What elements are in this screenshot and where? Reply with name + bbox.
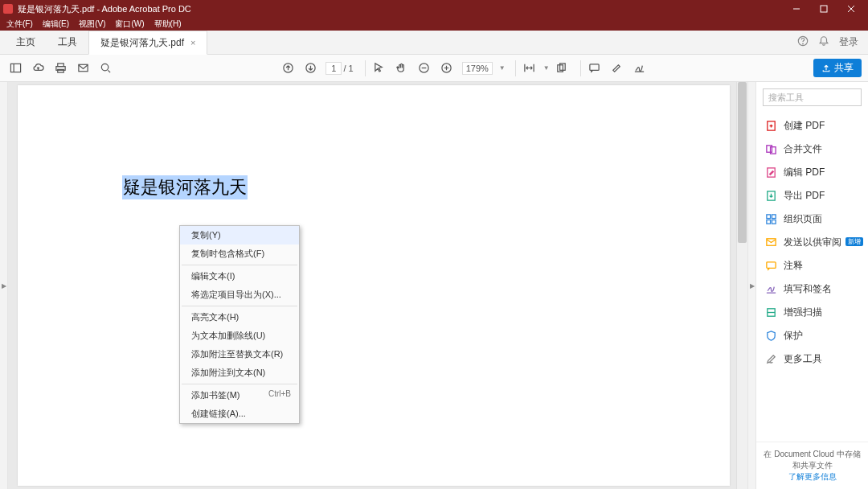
more-tools-icon xyxy=(764,353,777,366)
svg-rect-3 xyxy=(10,64,20,72)
menu-window[interactable]: 窗口(W) xyxy=(110,18,149,30)
help-icon[interactable] xyxy=(797,35,809,49)
zoom-dropdown-icon[interactable]: ▼ xyxy=(499,64,506,72)
print-icon[interactable] xyxy=(51,60,69,77)
new-badge: 新增 xyxy=(845,237,863,246)
vertical-scrollbar[interactable] xyxy=(736,82,747,489)
menu-replace-text-note[interactable]: 添加附注至替换文本(R) xyxy=(180,345,299,364)
sidepanel-footer: 在 Document Cloud 中存储和共享文件 了解更多信息 xyxy=(756,442,868,489)
svg-rect-23 xyxy=(766,220,770,224)
svg-rect-15 xyxy=(590,64,599,71)
menu-view[interactable]: 视图(V) xyxy=(74,18,110,30)
email-icon[interactable] xyxy=(74,60,92,77)
pdf-page: 疑是银河落九天 xyxy=(18,85,730,486)
svg-rect-22 xyxy=(772,215,776,219)
enhance-scan-icon xyxy=(764,306,777,319)
fill-sign-icon xyxy=(764,283,777,296)
fit-dropdown-icon[interactable]: ▼ xyxy=(543,64,550,72)
menu-copy-with-format[interactable]: 复制时包含格式(F) xyxy=(180,244,299,263)
login-button[interactable]: 登录 xyxy=(839,35,858,49)
tools-panel: 搜索工具 创建 PDF 合并文件 编辑 PDF 导出 PDF 组织页面 发送以供… xyxy=(755,82,868,489)
tool-protect[interactable]: 保护 xyxy=(756,324,868,347)
page-total: / 1 xyxy=(343,64,353,73)
menu-edit-text[interactable]: 编辑文本(I) xyxy=(180,267,299,286)
menu-add-note[interactable]: 添加附注到文本(N) xyxy=(180,364,299,382)
menu-copy[interactable]: 复制(Y) xyxy=(180,226,299,244)
svg-rect-26 xyxy=(766,262,775,269)
create-pdf-icon xyxy=(764,120,777,133)
rotate-icon[interactable] xyxy=(553,60,571,77)
search-icon[interactable] xyxy=(96,60,114,77)
select-tool-icon[interactable] xyxy=(371,60,388,77)
organize-icon xyxy=(764,213,777,226)
edit-pdf-icon xyxy=(764,166,777,179)
notifications-icon[interactable] xyxy=(818,35,829,49)
menu-create-link[interactable]: 创建链接(A)... xyxy=(180,405,299,423)
collapse-right-icon: ▶ xyxy=(750,282,755,290)
cloud-icon[interactable] xyxy=(29,60,47,77)
svg-rect-21 xyxy=(766,215,770,219)
tool-combine-files[interactable]: 合并文件 xyxy=(756,138,868,161)
tab-document-label: 疑是银河落九天.pdf xyxy=(100,36,184,50)
page-down-icon[interactable] xyxy=(301,60,319,77)
close-button[interactable] xyxy=(837,0,865,18)
share-button[interactable]: 共享 xyxy=(813,59,862,77)
tool-edit-pdf[interactable]: 编辑 PDF xyxy=(756,161,868,184)
menu-export-selection[interactable]: 将选定项目导出为(X)... xyxy=(180,286,299,304)
app-icon xyxy=(3,4,13,14)
tool-enhance-scan[interactable]: 增强扫描 xyxy=(756,301,868,324)
bookmark-shortcut: Ctrl+B xyxy=(268,389,291,401)
zoom-out-icon[interactable] xyxy=(416,60,433,77)
minimize-button[interactable] xyxy=(783,0,810,18)
tool-organize-pages[interactable]: 组织页面 xyxy=(756,208,868,231)
tool-send-review[interactable]: 发送以供审阅新增 xyxy=(756,231,868,254)
left-rail[interactable]: ▶ xyxy=(0,82,8,489)
tool-export-pdf[interactable]: 导出 PDF xyxy=(756,184,868,208)
sign-icon[interactable] xyxy=(631,60,649,77)
hand-tool-icon[interactable] xyxy=(393,60,411,77)
page-up-icon[interactable] xyxy=(279,60,297,77)
svg-point-2 xyxy=(803,43,804,44)
search-tools-input[interactable]: 搜索工具 xyxy=(763,88,862,106)
menu-add-bookmark[interactable]: 添加书签(M)Ctrl+B xyxy=(180,386,299,405)
scrollbar-thumb[interactable] xyxy=(738,82,747,243)
comment-icon[interactable] xyxy=(586,60,604,77)
menu-help[interactable]: 帮助(H) xyxy=(149,18,186,30)
page-number-input[interactable]: 1 xyxy=(326,62,342,75)
svg-rect-0 xyxy=(821,6,827,12)
export-pdf-icon xyxy=(764,190,777,203)
menu-strikethrough[interactable]: 为文本加删除线(U) xyxy=(180,327,299,345)
document-area[interactable]: 疑是银河落九天 xyxy=(8,82,747,489)
window-title: 疑是银河落九天.pdf - Adobe Acrobat Pro DC xyxy=(18,3,783,15)
combine-icon xyxy=(764,143,777,156)
svg-rect-6 xyxy=(57,69,63,72)
tab-close-icon[interactable]: × xyxy=(190,38,195,47)
zoom-level[interactable]: 179% xyxy=(462,62,493,75)
tool-more-tools[interactable]: 更多工具 xyxy=(756,347,868,371)
tool-create-pdf[interactable]: 创建 PDF xyxy=(756,114,868,138)
context-menu: 复制(Y) 复制时包含格式(F) 编辑文本(I) 将选定项目导出为(X)... … xyxy=(179,225,300,424)
highlighter-icon[interactable] xyxy=(608,60,626,77)
selected-text[interactable]: 疑是银河落九天 xyxy=(122,175,248,199)
tab-document[interactable]: 疑是银河落九天.pdf × xyxy=(88,31,207,55)
comment-tool-icon xyxy=(764,260,777,273)
sidebar-toggle-icon[interactable] xyxy=(6,60,24,77)
expand-left-icon: ▶ xyxy=(2,282,6,290)
svg-point-8 xyxy=(101,64,108,70)
tab-tools[interactable]: 工具 xyxy=(47,31,88,54)
menu-edit[interactable]: 编辑(E) xyxy=(38,18,74,30)
protect-icon xyxy=(764,330,777,343)
fit-width-icon[interactable] xyxy=(521,60,538,77)
send-review-icon xyxy=(764,236,777,249)
tab-home[interactable]: 主页 xyxy=(5,31,47,54)
menubar: 文件(F) 编辑(E) 视图(V) 窗口(W) 帮助(H) xyxy=(0,18,868,31)
menu-file[interactable]: 文件(F) xyxy=(2,18,38,30)
tool-fill-sign[interactable]: 填写和签名 xyxy=(756,277,868,301)
maximize-button[interactable] xyxy=(810,0,837,18)
menu-highlight-text[interactable]: 高亮文本(H) xyxy=(180,308,299,327)
tool-comment[interactable]: 注释 xyxy=(756,254,868,277)
svg-rect-24 xyxy=(772,220,776,224)
zoom-in-icon[interactable] xyxy=(438,60,456,77)
right-rail[interactable]: ▶ xyxy=(747,82,755,489)
learn-more-link[interactable]: 了解更多信息 xyxy=(788,472,837,481)
